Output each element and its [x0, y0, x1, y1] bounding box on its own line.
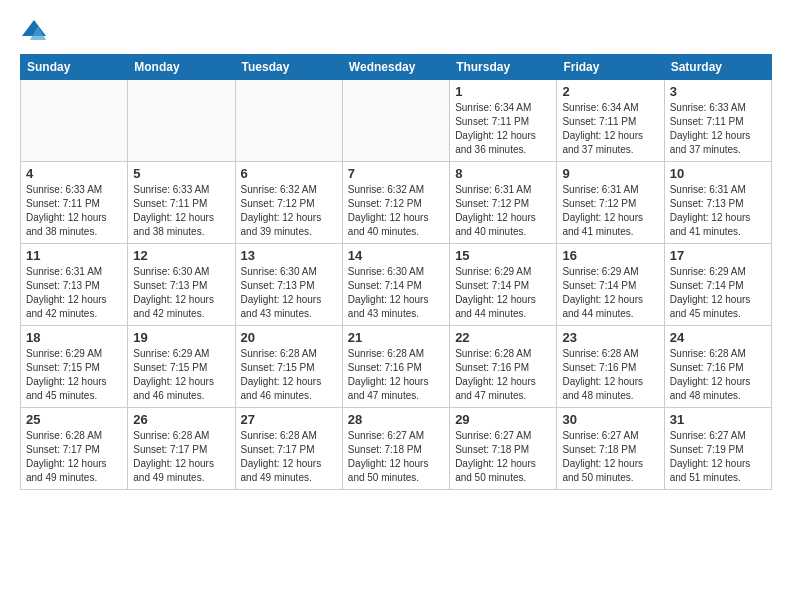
day-number: 15 — [455, 248, 551, 263]
day-info: Sunrise: 6:33 AM Sunset: 7:11 PM Dayligh… — [670, 101, 766, 157]
day-number: 19 — [133, 330, 229, 345]
day-info: Sunrise: 6:28 AM Sunset: 7:17 PM Dayligh… — [26, 429, 122, 485]
page: SundayMondayTuesdayWednesdayThursdayFrid… — [0, 0, 792, 612]
day-number: 5 — [133, 166, 229, 181]
day-info: Sunrise: 6:28 AM Sunset: 7:17 PM Dayligh… — [241, 429, 337, 485]
day-cell: 19Sunrise: 6:29 AM Sunset: 7:15 PM Dayli… — [128, 326, 235, 408]
day-cell: 11Sunrise: 6:31 AM Sunset: 7:13 PM Dayli… — [21, 244, 128, 326]
day-cell: 17Sunrise: 6:29 AM Sunset: 7:14 PM Dayli… — [664, 244, 771, 326]
day-cell: 18Sunrise: 6:29 AM Sunset: 7:15 PM Dayli… — [21, 326, 128, 408]
day-cell — [235, 80, 342, 162]
day-cell — [21, 80, 128, 162]
day-cell: 31Sunrise: 6:27 AM Sunset: 7:19 PM Dayli… — [664, 408, 771, 490]
day-number: 8 — [455, 166, 551, 181]
day-info: Sunrise: 6:29 AM Sunset: 7:15 PM Dayligh… — [133, 347, 229, 403]
day-number: 10 — [670, 166, 766, 181]
day-info: Sunrise: 6:31 AM Sunset: 7:12 PM Dayligh… — [455, 183, 551, 239]
day-info: Sunrise: 6:33 AM Sunset: 7:11 PM Dayligh… — [133, 183, 229, 239]
week-row-4: 18Sunrise: 6:29 AM Sunset: 7:15 PM Dayli… — [21, 326, 772, 408]
day-number: 9 — [562, 166, 658, 181]
day-cell — [342, 80, 449, 162]
day-number: 24 — [670, 330, 766, 345]
week-row-5: 25Sunrise: 6:28 AM Sunset: 7:17 PM Dayli… — [21, 408, 772, 490]
day-info: Sunrise: 6:27 AM Sunset: 7:18 PM Dayligh… — [348, 429, 444, 485]
day-number: 1 — [455, 84, 551, 99]
day-info: Sunrise: 6:28 AM Sunset: 7:16 PM Dayligh… — [670, 347, 766, 403]
day-info: Sunrise: 6:34 AM Sunset: 7:11 PM Dayligh… — [562, 101, 658, 157]
day-info: Sunrise: 6:28 AM Sunset: 7:15 PM Dayligh… — [241, 347, 337, 403]
weekday-header-tuesday: Tuesday — [235, 55, 342, 80]
day-info: Sunrise: 6:32 AM Sunset: 7:12 PM Dayligh… — [241, 183, 337, 239]
weekday-header-row: SundayMondayTuesdayWednesdayThursdayFrid… — [21, 55, 772, 80]
day-number: 20 — [241, 330, 337, 345]
day-info: Sunrise: 6:30 AM Sunset: 7:13 PM Dayligh… — [241, 265, 337, 321]
day-info: Sunrise: 6:28 AM Sunset: 7:16 PM Dayligh… — [348, 347, 444, 403]
day-info: Sunrise: 6:29 AM Sunset: 7:14 PM Dayligh… — [455, 265, 551, 321]
day-number: 14 — [348, 248, 444, 263]
header — [20, 16, 772, 44]
day-number: 18 — [26, 330, 122, 345]
day-info: Sunrise: 6:28 AM Sunset: 7:16 PM Dayligh… — [455, 347, 551, 403]
calendar: SundayMondayTuesdayWednesdayThursdayFrid… — [20, 54, 772, 490]
day-number: 28 — [348, 412, 444, 427]
day-cell: 5Sunrise: 6:33 AM Sunset: 7:11 PM Daylig… — [128, 162, 235, 244]
day-cell: 23Sunrise: 6:28 AM Sunset: 7:16 PM Dayli… — [557, 326, 664, 408]
day-number: 13 — [241, 248, 337, 263]
day-info: Sunrise: 6:34 AM Sunset: 7:11 PM Dayligh… — [455, 101, 551, 157]
day-cell: 26Sunrise: 6:28 AM Sunset: 7:17 PM Dayli… — [128, 408, 235, 490]
day-number: 23 — [562, 330, 658, 345]
logo — [20, 16, 50, 44]
day-cell: 20Sunrise: 6:28 AM Sunset: 7:15 PM Dayli… — [235, 326, 342, 408]
day-number: 21 — [348, 330, 444, 345]
weekday-header-thursday: Thursday — [450, 55, 557, 80]
day-cell: 13Sunrise: 6:30 AM Sunset: 7:13 PM Dayli… — [235, 244, 342, 326]
day-info: Sunrise: 6:30 AM Sunset: 7:13 PM Dayligh… — [133, 265, 229, 321]
day-cell: 8Sunrise: 6:31 AM Sunset: 7:12 PM Daylig… — [450, 162, 557, 244]
day-number: 17 — [670, 248, 766, 263]
day-number: 2 — [562, 84, 658, 99]
day-info: Sunrise: 6:31 AM Sunset: 7:13 PM Dayligh… — [26, 265, 122, 321]
day-info: Sunrise: 6:28 AM Sunset: 7:16 PM Dayligh… — [562, 347, 658, 403]
day-info: Sunrise: 6:31 AM Sunset: 7:12 PM Dayligh… — [562, 183, 658, 239]
day-number: 12 — [133, 248, 229, 263]
weekday-header-saturday: Saturday — [664, 55, 771, 80]
week-row-3: 11Sunrise: 6:31 AM Sunset: 7:13 PM Dayli… — [21, 244, 772, 326]
day-cell — [128, 80, 235, 162]
day-cell: 14Sunrise: 6:30 AM Sunset: 7:14 PM Dayli… — [342, 244, 449, 326]
day-cell: 1Sunrise: 6:34 AM Sunset: 7:11 PM Daylig… — [450, 80, 557, 162]
day-cell: 25Sunrise: 6:28 AM Sunset: 7:17 PM Dayli… — [21, 408, 128, 490]
day-number: 26 — [133, 412, 229, 427]
day-cell: 28Sunrise: 6:27 AM Sunset: 7:18 PM Dayli… — [342, 408, 449, 490]
day-number: 3 — [670, 84, 766, 99]
day-number: 4 — [26, 166, 122, 181]
day-cell: 22Sunrise: 6:28 AM Sunset: 7:16 PM Dayli… — [450, 326, 557, 408]
day-info: Sunrise: 6:28 AM Sunset: 7:17 PM Dayligh… — [133, 429, 229, 485]
day-number: 31 — [670, 412, 766, 427]
logo-icon — [20, 16, 48, 44]
day-cell: 16Sunrise: 6:29 AM Sunset: 7:14 PM Dayli… — [557, 244, 664, 326]
day-info: Sunrise: 6:27 AM Sunset: 7:19 PM Dayligh… — [670, 429, 766, 485]
day-cell: 4Sunrise: 6:33 AM Sunset: 7:11 PM Daylig… — [21, 162, 128, 244]
day-number: 30 — [562, 412, 658, 427]
week-row-2: 4Sunrise: 6:33 AM Sunset: 7:11 PM Daylig… — [21, 162, 772, 244]
day-cell: 15Sunrise: 6:29 AM Sunset: 7:14 PM Dayli… — [450, 244, 557, 326]
day-cell: 27Sunrise: 6:28 AM Sunset: 7:17 PM Dayli… — [235, 408, 342, 490]
day-cell: 6Sunrise: 6:32 AM Sunset: 7:12 PM Daylig… — [235, 162, 342, 244]
day-number: 6 — [241, 166, 337, 181]
day-number: 11 — [26, 248, 122, 263]
day-info: Sunrise: 6:29 AM Sunset: 7:14 PM Dayligh… — [562, 265, 658, 321]
day-number: 29 — [455, 412, 551, 427]
day-cell: 24Sunrise: 6:28 AM Sunset: 7:16 PM Dayli… — [664, 326, 771, 408]
day-info: Sunrise: 6:31 AM Sunset: 7:13 PM Dayligh… — [670, 183, 766, 239]
weekday-header-monday: Monday — [128, 55, 235, 80]
day-cell: 9Sunrise: 6:31 AM Sunset: 7:12 PM Daylig… — [557, 162, 664, 244]
day-info: Sunrise: 6:30 AM Sunset: 7:14 PM Dayligh… — [348, 265, 444, 321]
weekday-header-sunday: Sunday — [21, 55, 128, 80]
day-number: 7 — [348, 166, 444, 181]
day-info: Sunrise: 6:33 AM Sunset: 7:11 PM Dayligh… — [26, 183, 122, 239]
day-cell: 29Sunrise: 6:27 AM Sunset: 7:18 PM Dayli… — [450, 408, 557, 490]
day-number: 27 — [241, 412, 337, 427]
weekday-header-friday: Friday — [557, 55, 664, 80]
day-cell: 10Sunrise: 6:31 AM Sunset: 7:13 PM Dayli… — [664, 162, 771, 244]
day-cell: 2Sunrise: 6:34 AM Sunset: 7:11 PM Daylig… — [557, 80, 664, 162]
